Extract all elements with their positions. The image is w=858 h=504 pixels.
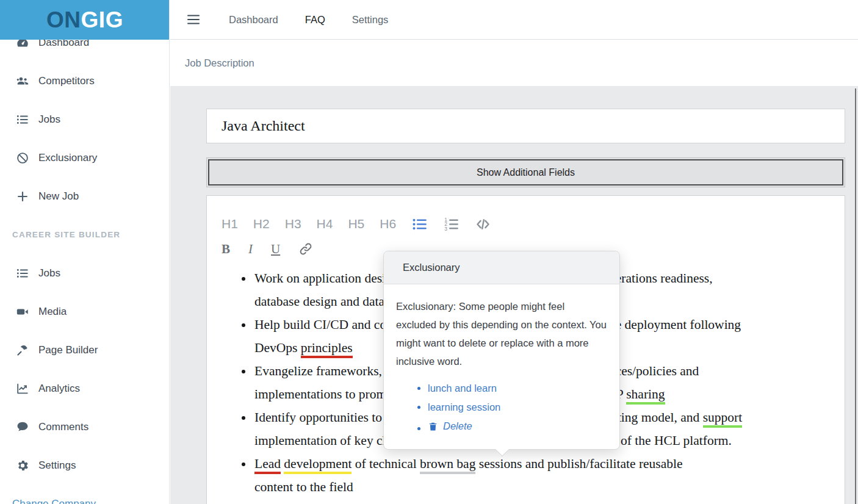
sidebar-item-page-builder[interactable]: Page Builder: [0, 331, 169, 369]
sidebar-item-label: Analytics: [38, 383, 80, 395]
sidebar-item-label: Exclusionary: [38, 152, 97, 164]
job-title-card[interactable]: Java Architect: [206, 109, 845, 143]
sidebar-builder-group: JobsMediaPage BuilderAnalyticsCommentsSe…: [0, 254, 169, 484]
breadcrumb: Job Description: [185, 57, 254, 69]
topnav-faq[interactable]: FAQ: [305, 14, 325, 26]
list-icon: [16, 113, 29, 126]
flagged-term[interactable]: development: [284, 456, 351, 474]
heading-h3-button[interactable]: H3: [285, 217, 301, 231]
heading-h1-button[interactable]: H1: [222, 217, 238, 231]
sidebar-item-label: Page Builder: [38, 344, 98, 356]
tooltip-title: Exclusionary: [384, 251, 619, 284]
bullet-list-icon[interactable]: [411, 216, 428, 232]
plus-icon: [16, 190, 29, 203]
sidebar-item-label: Jobs: [38, 267, 60, 279]
suggestion-item: learning session: [428, 398, 607, 417]
delete-label: Delete: [443, 417, 472, 436]
sidebar-item-label: Competitors: [38, 75, 95, 87]
sidebar-item-label: Comments: [38, 421, 88, 433]
topnav-dashboard[interactable]: Dashboard: [229, 14, 278, 26]
sidebar-item-label: Media: [38, 306, 67, 318]
video-icon: [16, 305, 29, 319]
flagged-term[interactable]: brown bag: [420, 456, 475, 474]
gear-icon: [16, 459, 29, 472]
sidebar-main-group: DashboardCompetitorsJobsExclusionaryNew …: [0, 23, 169, 215]
sidebar-item-jobs[interactable]: Jobs: [0, 100, 169, 139]
jd-line: Lead development of technical brown bag …: [254, 452, 830, 475]
link-icon[interactable]: [298, 242, 313, 256]
tooltip-body: Exclusionary: Some people might feel exc…: [384, 284, 619, 449]
sidebar-item-settings[interactable]: Settings: [0, 446, 169, 484]
flagged-term[interactable]: support: [703, 410, 743, 428]
top-navbar: DashboardFAQSettings: [170, 0, 858, 40]
suggestion-item: lunch and learn: [428, 379, 607, 398]
breadcrumb-bar: Job Description: [170, 40, 858, 86]
ban-icon: [16, 151, 29, 165]
sidebar-item-label: New Job: [38, 190, 79, 203]
suggestion-list: lunch and learnlearning session Delete: [396, 379, 607, 438]
sidebar-item-label: Settings: [38, 459, 76, 472]
sidebar-section-label: CAREER SITE BUILDER: [0, 215, 169, 254]
sidebar: DashboardCompetitorsJobsExclusionaryNew …: [0, 0, 170, 504]
sidebar-item-exclusionary[interactable]: Exclusionary: [0, 139, 169, 177]
scrollbar-track[interactable]: [855, 88, 856, 504]
list-icon: [16, 267, 29, 280]
flagged-term[interactable]: Lead: [254, 456, 281, 474]
suggestion-link[interactable]: lunch and learn: [428, 383, 497, 394]
people-icon: [16, 74, 29, 88]
italic-button[interactable]: I: [248, 242, 253, 257]
chart-icon: [16, 382, 29, 395]
jd-bullet: Lead development of technical brown bag …: [253, 452, 830, 499]
heading-h6-button[interactable]: H6: [380, 217, 396, 231]
sidebar-item-media[interactable]: Media: [0, 292, 169, 331]
heading-h4-button[interactable]: H4: [317, 217, 333, 231]
jd-text: content to the field: [254, 480, 353, 494]
ordered-list-icon[interactable]: 123: [443, 216, 460, 232]
sidebar-item-new-job[interactable]: New Job: [0, 177, 169, 215]
heading-h5-button[interactable]: H5: [348, 217, 364, 231]
sidebar-item-competitors[interactable]: Competitors: [0, 62, 169, 100]
ongig-logo: ONGIG: [46, 7, 123, 33]
logo-part-gig: GIG: [81, 7, 123, 32]
job-title: Java Architect: [222, 118, 305, 134]
trash-icon: [428, 421, 438, 432]
sidebar-item-analytics[interactable]: Analytics: [0, 369, 169, 408]
suggestion-link[interactable]: learning session: [428, 401, 500, 412]
code-view-icon[interactable]: [475, 216, 491, 232]
jd-line: content to the field: [254, 475, 830, 499]
exclusionary-tooltip: Exclusionary Exclusionary: Some people m…: [383, 251, 620, 450]
topnav-links: DashboardFAQSettings: [229, 14, 388, 26]
hammer-icon: [16, 344, 29, 357]
svg-text:3: 3: [444, 225, 447, 231]
flagged-term[interactable]: principles: [301, 340, 353, 358]
topnav-settings[interactable]: Settings: [352, 14, 389, 26]
change-company-link[interactable]: Change Company: [0, 484, 169, 504]
editor-toolbar-headings: H1H2H3H4H5H6 123: [222, 213, 830, 235]
underline-button[interactable]: U: [271, 242, 280, 257]
delete-suggestion: Delete: [428, 417, 607, 438]
jd-text: DevOps: [254, 340, 301, 355]
sidebar-item-comments[interactable]: Comments: [0, 408, 169, 446]
logo-part-on: ON: [46, 7, 81, 32]
additional-fields-strip: Show Additional Fields: [206, 157, 845, 187]
heading-buttons: H1H2H3H4H5H6: [222, 217, 396, 231]
sidebar-item-jobs[interactable]: Jobs: [0, 254, 169, 292]
sidebar-nav: DashboardCompetitorsJobsExclusionaryNew …: [0, 23, 169, 504]
jd-text: of technical: [351, 456, 420, 471]
sidebar-item-label: Jobs: [38, 113, 60, 126]
comment-icon: [16, 420, 29, 434]
brand-header: ONGIG: [0, 0, 170, 40]
tooltip-message: Exclusionary: Some people might feel exc…: [396, 301, 607, 367]
jd-text: sessions and publish/facilitate reusable: [475, 456, 682, 471]
hamburger-menu-icon[interactable]: [184, 12, 203, 27]
bold-button[interactable]: B: [222, 242, 230, 257]
delete-action[interactable]: Delete: [428, 417, 472, 436]
show-additional-fields-button[interactable]: Show Additional Fields: [208, 159, 843, 185]
heading-h2-button[interactable]: H2: [253, 217, 270, 231]
flagged-term[interactable]: sharing: [626, 387, 665, 405]
